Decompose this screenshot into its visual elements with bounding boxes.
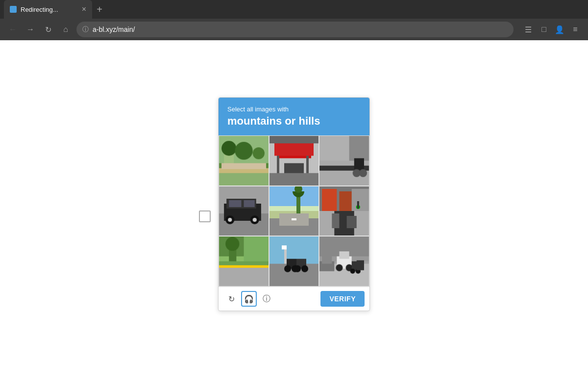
tab-close-button[interactable]: × — [82, 5, 86, 13]
profile-icon[interactable]: 👤 — [553, 23, 566, 36]
grid-image-8[interactable] — [269, 236, 319, 287]
address-bar-container[interactable]: ⓘ — [76, 22, 514, 37]
browser-toolbar: ← → ↻ ⌂ ⓘ ☰ □ 👤 ≡ — [0, 19, 588, 40]
toolbar-right: ☰ □ 👤 ≡ — [521, 23, 582, 36]
tab-bar: Redirecting... × + — [4, 0, 584, 19]
verify-button[interactable]: VERIFY — [320, 291, 365, 307]
title-bar: Redirecting... × + — [0, 0, 588, 19]
audio-button[interactable]: 🎧 — [241, 291, 257, 307]
grid-image-5[interactable] — [269, 186, 319, 237]
captcha-widget: Select all images with mountains or hill… — [218, 97, 370, 311]
image-grid — [219, 135, 369, 287]
grid-image-4[interactable] — [219, 186, 269, 237]
page-content: Select all images with mountains or hill… — [0, 40, 588, 368]
address-input[interactable] — [93, 26, 508, 33]
grid-image-3[interactable] — [319, 135, 369, 186]
refresh-button[interactable]: ↻ — [223, 291, 239, 307]
grid-image-1[interactable] — [219, 135, 269, 186]
forward-button[interactable]: → — [24, 23, 37, 36]
tabs-icon[interactable]: □ — [537, 23, 551, 36]
captcha-checkbox[interactable] — [199, 210, 211, 222]
new-tab-button[interactable]: + — [92, 0, 107, 19]
captcha-footer: ↻ 🎧 ⓘ VERIFY — [219, 287, 369, 311]
captcha-header: Select all images with mountains or hill… — [219, 98, 369, 135]
captcha-instruction-small: Select all images with — [227, 105, 361, 113]
info-button[interactable]: ⓘ — [259, 291, 274, 307]
captcha-instruction-large: mountains or hills — [227, 115, 361, 128]
grid-image-6[interactable] — [319, 186, 369, 237]
grid-image-7[interactable] — [219, 236, 269, 287]
home-button[interactable]: ⌂ — [59, 23, 73, 36]
menu-icon[interactable]: ≡ — [568, 23, 582, 36]
reload-button[interactable]: ↻ — [41, 23, 55, 36]
tab-title: Redirecting... — [21, 6, 58, 13]
tab-favicon — [10, 6, 17, 13]
back-button[interactable]: ← — [6, 23, 20, 36]
bookmarks-icon[interactable]: ☰ — [521, 23, 535, 36]
security-icon: ⓘ — [82, 25, 89, 34]
checkbox-area — [199, 210, 211, 222]
active-tab[interactable]: Redirecting... × — [4, 0, 92, 19]
grid-image-9[interactable] — [319, 236, 369, 287]
grid-image-2[interactable] — [269, 135, 319, 186]
